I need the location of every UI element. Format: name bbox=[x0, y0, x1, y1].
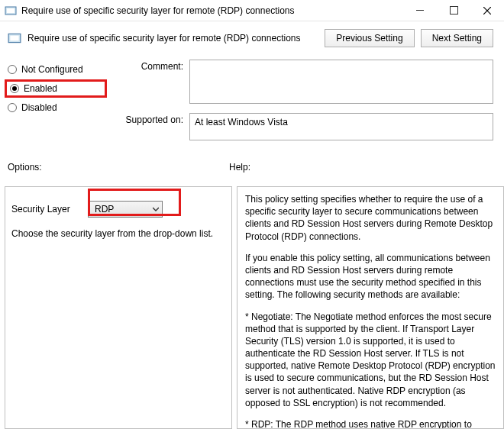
previous-setting-button[interactable]: Previous Setting bbox=[325, 29, 414, 47]
radio-enabled[interactable]: Enabled bbox=[5, 79, 107, 98]
radio-label: Disabled bbox=[21, 102, 57, 113]
next-setting-button[interactable]: Next Setting bbox=[421, 29, 493, 47]
options-heading: Options: bbox=[8, 162, 229, 173]
radio-icon bbox=[10, 84, 19, 93]
supported-value: At least Windows Vista bbox=[189, 113, 493, 140]
titlebar: Require use of specific security layer f… bbox=[0, 0, 504, 21]
help-heading: Help: bbox=[229, 162, 250, 173]
header: Require use of specific security layer f… bbox=[0, 21, 504, 52]
radio-label: Not Configured bbox=[21, 64, 83, 75]
radio-not-configured[interactable]: Not Configured bbox=[8, 64, 107, 75]
chevron-down-icon bbox=[153, 204, 159, 214]
svg-rect-1 bbox=[7, 8, 15, 13]
help-text: This policy setting specifies whether to… bbox=[245, 193, 496, 243]
minimize-button[interactable] bbox=[403, 0, 437, 21]
close-button[interactable] bbox=[470, 0, 504, 21]
combo-value: RDP bbox=[95, 204, 114, 214]
security-layer-label: Security Layer bbox=[11, 204, 88, 214]
svg-rect-5 bbox=[10, 36, 18, 41]
help-panel: This policy setting specifies whether to… bbox=[237, 186, 504, 429]
window-title: Require use of specific security layer f… bbox=[21, 5, 403, 16]
options-description: Choose the security layer from the drop-… bbox=[11, 228, 225, 239]
radio-icon bbox=[8, 103, 17, 112]
policy-icon bbox=[5, 5, 17, 17]
state-radios: Not Configured Enabled Disabled bbox=[8, 60, 107, 118]
policy-icon bbox=[8, 31, 21, 45]
supported-label: Supported on: bbox=[119, 113, 189, 125]
radio-disabled[interactable]: Disabled bbox=[8, 102, 107, 113]
radio-label: Enabled bbox=[24, 83, 57, 94]
help-text: If you enable this policy setting, all c… bbox=[245, 252, 496, 302]
options-panel: Security Layer RDP Choose the security l… bbox=[5, 186, 232, 429]
security-layer-combo[interactable]: RDP bbox=[88, 201, 163, 218]
radio-icon bbox=[8, 65, 17, 74]
maximize-button[interactable] bbox=[437, 0, 470, 21]
comment-input[interactable] bbox=[189, 60, 493, 104]
policy-title: Require use of specific security layer f… bbox=[27, 33, 318, 44]
help-text: * RDP: The RDP method uses native RDP en… bbox=[245, 418, 496, 429]
comment-label: Comment: bbox=[119, 60, 189, 72]
help-text: * Negotiate: The Negotiate method enforc… bbox=[245, 311, 496, 410]
